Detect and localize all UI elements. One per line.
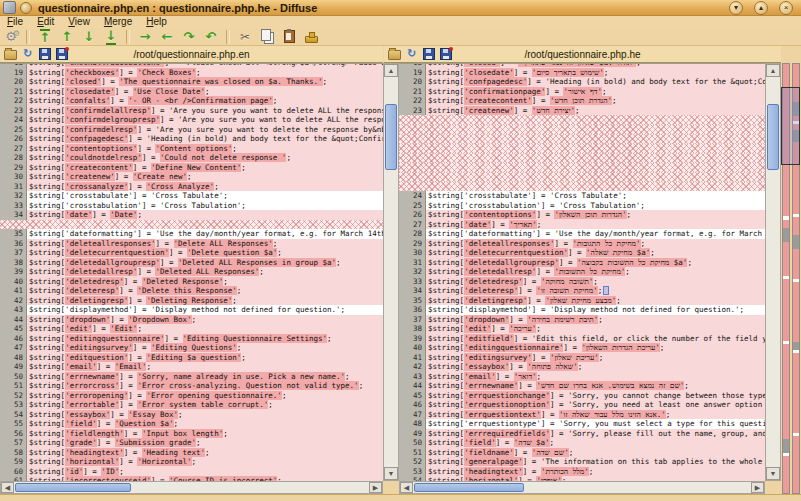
code-line[interactable]: 52$string['generalpage'] = 'The informat… — [399, 457, 765, 467]
line-number[interactable]: 26 — [399, 210, 426, 220]
line-number[interactable]: 46 — [399, 400, 426, 410]
code-line[interactable]: 37$string['dropdown'] = 'תיבת רשימת בחיר… — [399, 315, 765, 325]
code-line[interactable]: 57$string['grade'] = 'Submission grade'; — [0, 438, 383, 448]
merge-from-right-icon[interactable]: ↶ — [200, 29, 222, 45]
code-line[interactable]: 49$string['errrequiredfields'] = 'Sorry,… — [399, 429, 765, 439]
code-line[interactable]: 34$string['date'] = 'Date'; — [0, 210, 383, 220]
code-line[interactable]: 56$string['fieldlength'] = 'Input box le… — [0, 429, 383, 439]
titlebar[interactable]: questionnaire.php.en : questionnaire.php… — [0, 0, 801, 16]
code-line[interactable]: 25$string['crosstabulation'] = 'Cross Ta… — [399, 201, 765, 211]
code-line[interactable]: 42$string['essaybox'] = 'שאלה פתוחה'; — [399, 362, 765, 372]
code-line[interactable]: 53$string['headingtext'] = 'מלל הכותרת'; — [399, 467, 765, 477]
code-line[interactable]: 47$string['errquestiontext'] = 'אנא הזינ… — [399, 410, 765, 420]
menu-edit[interactable]: Edit — [30, 16, 61, 28]
code-line[interactable]: 47$string['editingsurvey'] = 'Editing Qu… — [0, 343, 383, 353]
line-number[interactable]: 47 — [399, 410, 426, 420]
code-line[interactable]: 37$string['deletecurrentquestion'] = 'De… — [0, 248, 383, 258]
line-number[interactable]: 22 — [399, 96, 426, 106]
line-number[interactable]: 35 — [399, 296, 426, 306]
code-line[interactable]: 23$string['confirmdelallresp'] = 'Are yo… — [0, 106, 383, 116]
scroll-left-icon[interactable]: ◀ — [1, 482, 14, 493]
code-line[interactable]: 26$string['confpagedesc'] = 'Heading (in… — [0, 134, 383, 144]
maximize-button[interactable]: ▴ — [754, 1, 768, 15]
line-number[interactable]: 33 — [0, 201, 27, 211]
left-horizontal-scrollbar[interactable]: ◀ ▶ — [0, 481, 383, 494]
scroll-down-icon[interactable]: ▼ — [766, 467, 780, 480]
code-line[interactable]: 23$string['createnew'] = 'יצירת חדש'; — [399, 106, 765, 116]
line-number[interactable]: 25 — [0, 125, 27, 135]
line-number[interactable]: 23 — [0, 106, 27, 116]
line-number[interactable]: 42 — [399, 362, 426, 372]
line-number[interactable]: 32 — [399, 267, 426, 277]
line-number[interactable]: 45 — [399, 391, 426, 401]
menu-help[interactable]: Help — [139, 16, 174, 28]
code-line[interactable]: 26$string['contentoptions'] = 'הגדרות תו… — [399, 210, 765, 220]
code-line[interactable]: 29$string['createcontent'] = 'Define New… — [0, 163, 383, 173]
scroll-right-icon[interactable]: ▶ — [369, 482, 382, 493]
next-difference-icon[interactable]: ↓ — [78, 29, 100, 45]
close-button[interactable]: × — [779, 1, 793, 15]
left-code-pane[interactable]: 18$string['checkallradiobuttons'] = 'Ple… — [0, 63, 383, 481]
line-number[interactable]: 25 — [399, 201, 426, 211]
code-line[interactable]: 50$string['field'] = 'שדה $a'; — [399, 438, 765, 448]
line-number[interactable]: 43 — [0, 305, 27, 315]
code-line[interactable]: 24$string['confirmdelgroupresp'] = 'Are … — [0, 115, 383, 125]
open-file-icon[interactable] — [4, 48, 17, 60]
right-vscroll-thumb[interactable] — [767, 104, 779, 170]
code-line[interactable]: 51$string['errorcross'] = 'Error cross-a… — [0, 381, 383, 391]
line-number[interactable]: 36 — [0, 239, 27, 249]
copy-icon[interactable] — [256, 29, 278, 45]
line-number[interactable]: 26 — [0, 134, 27, 144]
code-line[interactable]: 38$string['edit'] = 'עריכה'; — [399, 324, 765, 334]
code-line[interactable]: 36$string['deleteallresponses'] = 'Delet… — [0, 239, 383, 249]
line-number[interactable]: 53 — [0, 400, 27, 410]
copy-selection-left-icon[interactable]: ← — [156, 29, 178, 45]
line-number[interactable]: 39 — [0, 267, 27, 277]
line-number[interactable]: 43 — [399, 372, 426, 382]
line-number[interactable]: 19 — [399, 68, 426, 78]
code-line[interactable]: 36$string['displaymethod'] = 'Display me… — [399, 305, 765, 315]
code-line[interactable]: 46$string['editingquestionnaire'] = 'Edi… — [0, 334, 383, 344]
line-number[interactable]: 36 — [399, 305, 426, 315]
line-number[interactable]: 33 — [399, 277, 426, 287]
menu-file[interactable]: File — [0, 16, 30, 28]
code-line[interactable]: 33$string['crosstabulation'] = 'Cross Ta… — [0, 201, 383, 211]
code-line[interactable]: 30$string['createnew'] = 'Create new'; — [0, 172, 383, 182]
code-line[interactable]: 22$string['createcontent'] = 'הגדרת תוכן… — [399, 96, 765, 106]
last-difference-icon[interactable]: ↓ — [100, 29, 122, 45]
code-line[interactable]: 48$string['editquestion'] = 'Editing $a … — [0, 353, 383, 363]
code-line[interactable]: 30$string['deletecurrentquestion'] = 'מח… — [399, 248, 765, 258]
line-number[interactable]: 29 — [399, 239, 426, 249]
line-number[interactable]: 24 — [399, 191, 426, 201]
first-difference-icon[interactable]: ↑ — [34, 29, 56, 45]
copy-selection-right-icon[interactable]: → — [134, 29, 156, 45]
line-number[interactable]: 27 — [399, 220, 426, 230]
line-number[interactable]: 22 — [0, 96, 27, 106]
left-hscroll-thumb[interactable] — [15, 483, 131, 492]
code-line[interactable]: 31$string['deletedallgroupresp'] = 'מחיק… — [399, 258, 765, 268]
line-number[interactable]: 46 — [0, 334, 27, 344]
line-number[interactable]: 54 — [0, 410, 27, 420]
line-number[interactable]: 47 — [0, 343, 27, 353]
previous-difference-icon[interactable]: ↑ — [56, 29, 78, 45]
code-line[interactable]: 58$string['headingtext'] = 'Heading text… — [0, 448, 383, 458]
code-line[interactable]: 21$string['closedate'] = 'Use Close Date… — [0, 87, 383, 97]
code-line[interactable]: 24$string['crosstabulate'] = 'Cross Tabu… — [399, 191, 765, 201]
line-number[interactable]: 34 — [0, 210, 27, 220]
line-number[interactable]: 34 — [399, 286, 426, 296]
scroll-right-icon[interactable]: ▶ — [751, 482, 764, 493]
right-code-pane[interactable]: 18$string['closed'] = 'שאלון זה נסגר בתא… — [399, 63, 765, 481]
code-line[interactable]: 28$string['dateformatting'] = 'Use the d… — [399, 229, 765, 239]
code-line[interactable]: 51$string['fieldname'] = 'שם שדה'; — [399, 448, 765, 458]
paste-icon[interactable] — [278, 29, 300, 45]
diff-overview-map[interactable] — [781, 63, 801, 494]
line-number[interactable]: 44 — [399, 381, 426, 391]
line-number[interactable]: 53 — [399, 467, 426, 477]
line-number[interactable]: 48 — [0, 353, 27, 363]
line-number[interactable]: 38 — [399, 324, 426, 334]
line-number[interactable]: 51 — [0, 381, 27, 391]
code-line[interactable]: 28$string['couldnotdelresp'] = 'Could no… — [0, 153, 383, 163]
code-line[interactable]: 32$string['deletedallresp'] = 'מחיקת כל … — [399, 267, 765, 277]
code-line[interactable]: 49$string['email'] = 'Email'; — [0, 362, 383, 372]
code-line[interactable]: 22$string['confalts'] = '- OR - <br />Co… — [0, 96, 383, 106]
